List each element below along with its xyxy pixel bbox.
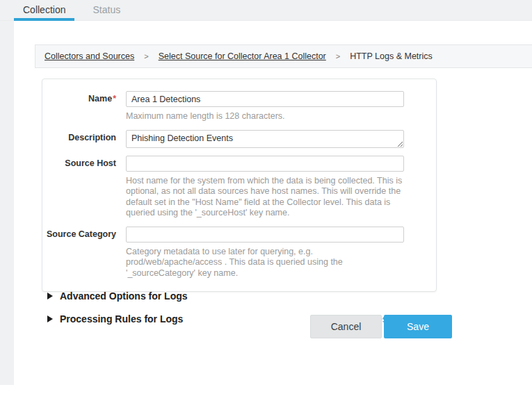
name-label: Name*: [42, 91, 126, 122]
source-host-input[interactable]: [126, 156, 404, 172]
source-host-label: Source Host: [42, 156, 126, 219]
form-actions: Cancel Save: [42, 315, 452, 338]
tab-collection-label: Collection: [23, 4, 65, 15]
description-label: Description: [42, 130, 126, 148]
source-category-label: Source Category: [42, 227, 126, 279]
name-input[interactable]: [126, 91, 404, 107]
name-field-row: Name* Maximum name length is 128 charact…: [42, 91, 436, 122]
cancel-button[interactable]: Cancel: [310, 315, 382, 338]
breadcrumb-link-collectors-and-sources[interactable]: Collectors and Sources: [45, 51, 134, 61]
description-field-row: Description Phishing Detection Events: [42, 130, 436, 148]
breadcrumb-separator-icon: >: [144, 52, 148, 60]
name-helper-text: Maximum name length is 128 characters.: [126, 111, 404, 122]
main-panel: Collectors and Sources > Select Source f…: [14, 21, 532, 394]
page-background-strip: [0, 21, 14, 385]
source-host-field-row: Source Host Host name for the system fro…: [42, 156, 436, 219]
source-category-field-row: Source Category Category metadata to use…: [42, 227, 436, 279]
breadcrumb: Collectors and Sources > Select Source f…: [35, 44, 532, 68]
section-advanced-options[interactable]: Advanced Options for Logs: [42, 290, 438, 302]
source-category-input[interactable]: [126, 227, 404, 243]
advanced-options-title: Advanced Options for Logs: [60, 290, 188, 302]
save-button[interactable]: Save: [384, 315, 452, 338]
tab-status-label: Status: [92, 4, 120, 15]
description-textarea[interactable]: Phishing Detection Events: [126, 130, 404, 148]
required-asterisk: *: [113, 94, 116, 104]
source-category-helper-text: Category metadata to use later for query…: [126, 247, 404, 279]
tab-status[interactable]: Status: [83, 0, 129, 20]
breadcrumb-separator-icon: >: [336, 52, 340, 60]
expand-arrow-icon: [47, 293, 53, 299]
breadcrumb-current-page: HTTP Logs & Metrics: [350, 51, 433, 61]
breadcrumb-link-select-source[interactable]: Select Source for Collector Area 1 Colle…: [159, 51, 326, 61]
tab-bar: Collection Status: [0, 0, 532, 21]
tab-collection[interactable]: Collection: [14, 0, 74, 20]
source-host-helper-text: Host name for the system from which the …: [126, 176, 404, 219]
source-config-form: Name* Maximum name length is 128 charact…: [42, 79, 437, 292]
